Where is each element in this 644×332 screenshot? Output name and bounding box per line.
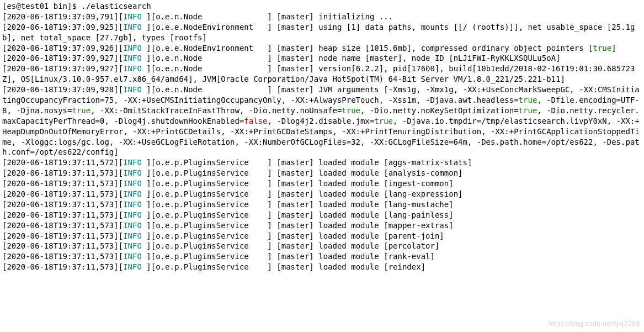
log-node: master <box>281 54 310 62</box>
log-message: initializing ... <box>318 12 393 21</box>
log-timestamp: [2020-06-18T19:37:11,573] <box>2 231 119 240</box>
log-timestamp: [2020-06-18T19:37:11,573] <box>2 262 119 271</box>
log-timestamp: [2020-06-18T19:37:11,572] <box>2 158 119 167</box>
log-message: heap size [1015.6mb], compressed ordinar… <box>318 44 593 52</box>
log-timestamp: [2020-06-18T19:37:09,928] <box>2 85 119 94</box>
bool-value: true <box>593 44 612 52</box>
log-timestamp: [2020-06-18T19:37:11,573] <box>2 200 119 209</box>
log-timestamp: [2020-06-18T19:37:11,573] <box>2 221 119 230</box>
log-class: o.e.n.Node <box>156 85 267 94</box>
log-level: INFO <box>123 44 142 52</box>
log-message: loaded module [reindex] <box>318 262 425 271</box>
log-timestamp: [2020-06-18T19:37:11,573] <box>2 189 119 198</box>
log-level: INFO <box>123 64 142 73</box>
log-message: loaded module [rank-eval] <box>318 252 435 261</box>
bool-value: true <box>519 106 537 115</box>
log-level: INFO <box>123 158 142 167</box>
log-class: o.e.p.PluginsService <box>156 168 267 177</box>
terminal-output: [es@test01 bin]$ ./elasticsearch[2020-06… <box>0 0 644 273</box>
log-message: , -XX:-OmitStackTraceInFastThrow, -Dio.n… <box>91 106 342 115</box>
log-node: master <box>281 231 310 240</box>
log-line: [2020-06-18T19:37:09,927][INFO ][o.e.n.N… <box>2 64 642 85</box>
log-level: INFO <box>123 189 142 198</box>
log-timestamp: [2020-06-18T19:37:11,573] <box>2 241 119 250</box>
log-level: INFO <box>123 210 142 219</box>
log-message: node name [master], node ID [nLJiFWI-RyK… <box>318 54 560 62</box>
log-message: loaded module [analysis-common] <box>318 168 462 177</box>
log-class: o.e.p.PluginsService <box>156 231 267 240</box>
log-level: INFO <box>123 200 142 209</box>
bool-value: false <box>244 117 267 125</box>
log-class: o.e.p.PluginsService <box>156 189 267 198</box>
log-message: , -Dio.netty.noKeySetOptimization= <box>360 106 519 115</box>
log-level: INFO <box>123 168 142 177</box>
log-message: loaded module [lang-expression] <box>318 189 462 198</box>
log-level: INFO <box>123 179 142 188</box>
log-level: INFO <box>123 241 142 250</box>
log-line: [2020-06-18T19:37:09,927][INFO ][o.e.n.N… <box>2 53 642 64</box>
log-node: master <box>281 44 310 52</box>
log-class: o.e.e.NodeEnvironment <box>156 23 267 31</box>
log-line-plugin: [2020-06-18T19:37:11,573][INFO ][o.e.p.P… <box>2 199 642 210</box>
shell-prompt: [es@test01 bin]$ <box>2 2 81 10</box>
log-class: o.e.n.Node <box>156 64 267 73</box>
log-level: INFO <box>123 54 142 62</box>
log-class: o.e.p.PluginsService <box>156 179 267 188</box>
log-line-plugin: [2020-06-18T19:37:11,573][INFO ][o.e.p.P… <box>2 220 642 231</box>
log-node: master <box>281 12 310 21</box>
log-class: o.e.p.PluginsService <box>156 158 267 167</box>
log-class: o.e.n.Node <box>156 12 267 21</box>
log-node: master <box>281 241 310 250</box>
bool-value: true <box>342 106 360 115</box>
log-node: master <box>281 179 310 188</box>
log-timestamp: [2020-06-18T19:37:11,573] <box>2 179 119 188</box>
log-level: INFO <box>123 12 142 21</box>
log-node: master <box>281 158 310 167</box>
log-line: [2020-06-18T19:37:09,925][INFO ][o.e.e.N… <box>2 22 642 43</box>
log-level: INFO <box>123 231 142 240</box>
bool-value: true <box>519 96 537 104</box>
prompt-line[interactable]: [es@test01 bin]$ ./elasticsearch <box>2 1 642 12</box>
log-timestamp: [2020-06-18T19:37:11,573] <box>2 168 119 177</box>
log-timestamp: [2020-06-18T19:37:09,791] <box>2 12 119 21</box>
log-class: o.e.p.PluginsService <box>156 241 267 250</box>
log-timestamp: [2020-06-18T19:37:11,573] <box>2 252 119 261</box>
log-node: master <box>281 200 310 209</box>
log-node: master <box>281 210 310 219</box>
log-class: o.e.p.PluginsService <box>156 221 267 230</box>
log-level: INFO <box>123 221 142 230</box>
log-timestamp: [2020-06-18T19:37:09,927] <box>2 54 119 62</box>
log-level: INFO <box>123 85 142 94</box>
log-line-plugin: [2020-06-18T19:37:11,573][INFO ][o.e.p.P… <box>2 210 642 220</box>
log-message: loaded module [lang-mustache] <box>318 200 453 209</box>
log-node: master <box>281 262 310 271</box>
log-line-plugin: [2020-06-18T19:37:11,572][INFO ][o.e.p.P… <box>2 157 642 168</box>
bool-value: true <box>374 117 393 125</box>
log-level: INFO <box>123 262 142 271</box>
log-class: o.e.p.PluginsService <box>156 262 267 271</box>
log-message: loaded module [parent-join] <box>318 231 444 240</box>
log-timestamp: [2020-06-18T19:37:09,927] <box>2 64 119 73</box>
log-node: master <box>281 168 310 177</box>
log-timestamp: [2020-06-18T19:37:11,573] <box>2 210 119 219</box>
log-message: loaded module [lang-painless] <box>318 210 453 219</box>
bool-value: true <box>72 106 91 115</box>
log-message: loaded module [ingest-common] <box>318 179 453 188</box>
log-message: , -Dlog4j2.disable.jmx= <box>267 117 374 125</box>
log-line-plugin: [2020-06-18T19:37:11,573][INFO ][o.e.p.P… <box>2 178 642 189</box>
log-line-plugin: [2020-06-18T19:37:11,573][INFO ][o.e.p.P… <box>2 262 642 272</box>
log-class: o.e.e.NodeEnvironment <box>156 44 267 52</box>
log-class: o.e.p.PluginsService <box>156 252 267 261</box>
log-timestamp: [2020-06-18T19:37:09,925] <box>2 23 119 31</box>
log-level: INFO <box>123 23 142 31</box>
log-node: master <box>281 64 310 73</box>
log-line-plugin: [2020-06-18T19:37:11,573][INFO ][o.e.p.P… <box>2 168 642 178</box>
log-class: o.e.p.PluginsService <box>156 210 267 219</box>
log-class: o.e.p.PluginsService <box>156 200 267 209</box>
log-node: master <box>281 85 310 94</box>
log-line-plugin: [2020-06-18T19:37:11,573][INFO ][o.e.p.P… <box>2 231 642 241</box>
log-node: master <box>281 252 310 261</box>
log-message: loaded module [mapper-extras] <box>318 221 453 230</box>
log-node: master <box>281 189 310 198</box>
log-message: loaded module [percolator] <box>318 241 439 250</box>
